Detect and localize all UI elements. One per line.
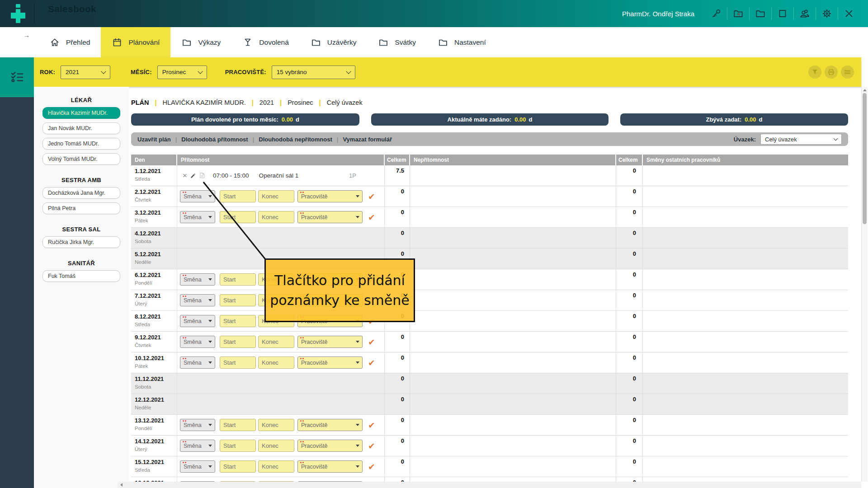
window-button[interactable] xyxy=(777,8,788,19)
workplace-select[interactable]: Pracoviště xyxy=(297,419,363,431)
gear-button[interactable] xyxy=(821,8,833,19)
day-cell: 2.12.2021Čtvrtek xyxy=(131,186,177,206)
shift-select[interactable]: Směna xyxy=(180,211,215,223)
workplace-select[interactable]: Pracoviště xyxy=(297,357,363,369)
dropdown-arrow-icon xyxy=(356,465,359,468)
menu-button[interactable] xyxy=(841,66,854,79)
filter-button[interactable] xyxy=(808,66,821,79)
shift-select[interactable]: Směna xyxy=(180,460,215,473)
folder-button[interactable] xyxy=(755,8,766,19)
breadcrumb-item: PLÁN xyxy=(131,99,149,106)
mesic-select[interactable]: Prosinec xyxy=(157,66,207,79)
shift-select[interactable]: Směna xyxy=(180,315,215,327)
printer-icon xyxy=(827,68,835,76)
tab-dovolena[interactable]: Dovolená xyxy=(231,27,300,57)
users-button[interactable] xyxy=(799,8,811,19)
required-dots-icon xyxy=(300,337,302,338)
present-total-cell: 7.5 xyxy=(385,165,410,186)
key-button[interactable] xyxy=(710,8,722,19)
delete-shift-icon[interactable]: × xyxy=(183,172,187,179)
table-row-4-12-2021: 4.12.2021Sobota00 xyxy=(131,228,848,249)
vertical-scrollbar[interactable] xyxy=(861,87,868,482)
workplace-select[interactable]: Pracoviště xyxy=(297,211,363,223)
weekday-label: Pondělí xyxy=(135,426,173,431)
tab-planovani[interactable]: Plánování xyxy=(101,27,170,57)
edit-shift-icon[interactable] xyxy=(190,173,196,179)
start-time-input[interactable] xyxy=(220,419,256,431)
start-time-input[interactable] xyxy=(220,211,256,223)
start-time-input[interactable] xyxy=(220,460,256,473)
confirm-row-icon[interactable]: ✔ xyxy=(368,462,375,472)
workplace-select[interactable]: Pracoviště xyxy=(297,440,363,452)
action-dlouhodoba-nepritomnost[interactable]: Dlouhodobá nepřítomnost xyxy=(259,136,332,143)
confirm-row-icon[interactable]: ✔ xyxy=(368,192,375,202)
callout-text: Tlačítko pro přidání poznámky ke směně xyxy=(269,271,410,310)
workplace-select[interactable]: Pracoviště xyxy=(297,336,363,348)
shift-select[interactable]: Směna xyxy=(180,419,215,431)
shift-badge: 1P xyxy=(349,172,356,179)
action-dlouhodoba-pritomnost[interactable]: Dlouhodobá přítomnost xyxy=(181,136,248,143)
start-time-input[interactable] xyxy=(220,273,256,286)
start-time-input[interactable] xyxy=(220,294,256,306)
start-time-input[interactable] xyxy=(220,357,256,369)
tab-uzaverky[interactable]: Uzávěrky xyxy=(300,27,368,57)
start-time-input[interactable] xyxy=(220,190,256,202)
confirm-row-icon[interactable]: ✔ xyxy=(368,441,375,451)
scroll-up-icon[interactable] xyxy=(863,89,867,91)
sidebar-item-jedno-tomas-mudr[interactable]: Jedno Tomáš MUDr. xyxy=(42,138,120,150)
sidebar-item-rucicka-jirka-mgr[interactable]: Ručička Jirka Mgr. xyxy=(42,236,120,248)
end-time-input[interactable] xyxy=(258,440,294,452)
scroll-left-icon[interactable] xyxy=(120,483,123,487)
confirm-row-icon[interactable]: ✔ xyxy=(368,212,375,222)
shift-select[interactable]: Směna xyxy=(180,190,215,202)
shift-select[interactable]: Směna xyxy=(180,273,215,286)
start-time-input[interactable] xyxy=(220,336,256,348)
start-time-input[interactable] xyxy=(220,440,256,452)
rok-select[interactable]: 2021 xyxy=(61,66,110,79)
horizontal-scrollbar[interactable] xyxy=(118,482,861,488)
add-note-icon[interactable] xyxy=(199,172,206,179)
close-button[interactable] xyxy=(843,8,855,19)
shift-select[interactable]: Směna xyxy=(180,294,215,306)
sidebar-item-dochazkova-jana-mgr[interactable]: Docházková Jana Mgr. xyxy=(42,187,120,199)
dropdown-arrow-icon xyxy=(356,361,359,364)
confirm-row-icon[interactable]: ✔ xyxy=(368,337,375,347)
shift-select[interactable]: Směna xyxy=(180,440,215,452)
end-time-input[interactable] xyxy=(258,419,294,431)
tab-vykazy[interactable]: Výkazy xyxy=(170,27,231,57)
action-uzavrit-plan[interactable]: Uzavřít plán xyxy=(137,136,171,143)
tab-prehled[interactable]: Přehled xyxy=(38,27,101,57)
uvazek-select[interactable]: Celý úvazek xyxy=(760,134,842,145)
sidebar-item-fuk-tomas[interactable]: Fuk Tomáš xyxy=(42,270,120,282)
pracoviste-select[interactable]: 15 vybráno xyxy=(272,66,355,79)
printer-button[interactable] xyxy=(825,66,838,79)
start-time-input[interactable] xyxy=(220,315,256,327)
workplace-select[interactable]: Pracoviště xyxy=(297,190,363,202)
sidebar-item-jan-novak-mudr[interactable]: Jan Novák MUDr. xyxy=(42,122,120,134)
confirm-row-icon[interactable]: ✔ xyxy=(368,420,375,430)
forward-arrow-icon[interactable]: → xyxy=(24,32,30,39)
workplace-select[interactable]: Pracoviště xyxy=(297,460,363,473)
sidebar-item-hlavicka-kazimir-mudr[interactable]: Hlavička Kazimír MUDr. xyxy=(42,107,120,119)
tab-svatky[interactable]: Svátky xyxy=(367,27,427,57)
end-time-input[interactable] xyxy=(258,336,294,348)
end-time-input[interactable] xyxy=(258,460,294,473)
absence-cell xyxy=(410,373,616,394)
end-time-input[interactable] xyxy=(258,211,294,223)
end-time-input[interactable] xyxy=(258,190,294,202)
confirm-row-icon[interactable]: ✔ xyxy=(368,358,375,368)
shift-select[interactable]: Směna xyxy=(180,336,215,348)
absence-cell xyxy=(410,165,616,186)
tab-nastaveni[interactable]: Nastavení xyxy=(427,27,497,57)
folder-n-button[interactable]: N xyxy=(732,8,744,19)
shift-select[interactable]: Směna xyxy=(180,357,215,369)
action-vymazat-formular[interactable]: Vymazat formulář xyxy=(343,136,392,143)
table-row-1-12-2021: 1.12.2021Středa×07:00 - 15:00Operační sá… xyxy=(131,165,848,186)
end-time-input[interactable] xyxy=(258,357,294,369)
filter-icon xyxy=(811,68,819,76)
sidebar-item-pilna-petra[interactable]: Pilná Petra xyxy=(42,202,120,214)
weekday-label: Pátek xyxy=(135,363,173,369)
sidebar-item-volny-tomas-mudr[interactable]: Volný Tomáš MUDr. xyxy=(42,153,120,165)
absence-cell xyxy=(410,456,616,477)
scrollbar-thumb[interactable] xyxy=(863,93,867,224)
